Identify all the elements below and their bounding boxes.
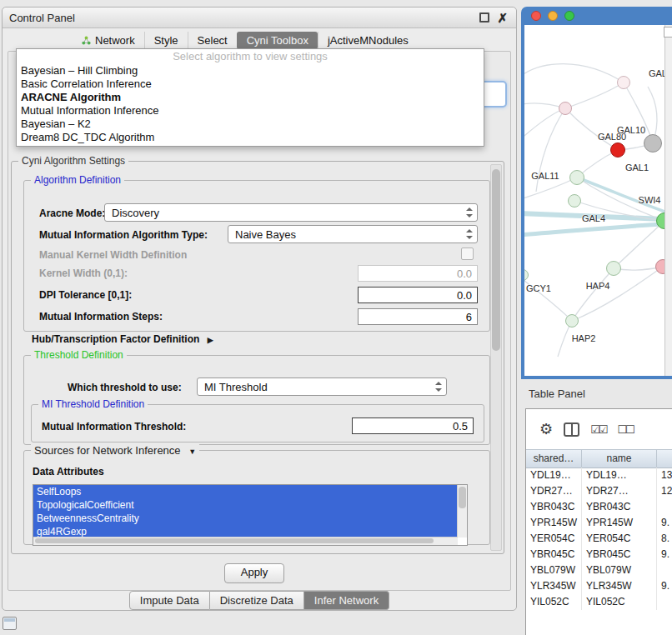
algorithm-option-bayesian-k2[interactable]: Bayesian – K2: [17, 118, 484, 131]
network-node[interactable]: [606, 261, 621, 276]
table-cell: 12: [657, 483, 672, 499]
network-node[interactable]: [610, 142, 625, 158]
algorithm-option-mutual-information-inference[interactable]: Mutual Information Inference: [17, 104, 484, 118]
table-body: YDL19…YDL19…13YDR27…YDR27…12YBR043CYBR04…: [526, 468, 672, 635]
network-node[interactable]: [569, 170, 584, 185]
network-node[interactable]: [644, 134, 662, 152]
which-threshold-select[interactable]: MI Threshold: [197, 378, 447, 396]
algorithm-definition-title: Algorithm Definition: [31, 174, 124, 186]
table-header-row: shared…name: [526, 449, 672, 468]
scrollbar-corner-button[interactable]: [664, 27, 672, 38]
table-row[interactable]: YDL19…YDL19…13: [526, 468, 672, 483]
table-cell: YBL079W: [582, 562, 657, 578]
column-header-name[interactable]: name: [582, 450, 657, 468]
mi-threshold-group-title: MI Threshold Definition: [38, 398, 148, 410]
panel-title: Control Panel: [9, 12, 75, 24]
algorithm-option-bayesian-hill-climbing[interactable]: Bayesian – Hill Climbing: [17, 64, 484, 78]
cyni-algorithm-settings-group: Cyni Algorithm Settings Algorithm Defini…: [11, 161, 504, 554]
network-node-label: HAP4: [586, 281, 610, 291]
network-node[interactable]: [565, 314, 579, 328]
mi-threshold-group: MI Threshold Definition Mutual Informati…: [31, 404, 484, 442]
aracne-mode-select[interactable]: Discovery: [104, 203, 478, 222]
tab-label: Style: [154, 34, 178, 47]
aracne-mode-value: Discovery: [105, 207, 462, 219]
mi-threshold-input[interactable]: [352, 418, 474, 434]
attribute-item-selfloops[interactable]: SelfLoops: [33, 485, 457, 498]
table-cell: YBR043C: [526, 499, 582, 515]
sources-disclosure[interactable]: Sources for Network Inference ▼: [31, 444, 199, 457]
mi-steps-label: Mutual Information Steps:: [39, 311, 163, 322]
minimized-panel-icon[interactable]: [3, 617, 17, 630]
table-cell: YIL052C: [526, 594, 582, 610]
data-attributes-label: Data Attributes: [33, 466, 104, 478]
attribute-item-topologicalcoefficient[interactable]: TopologicalCoefficient: [33, 498, 457, 512]
which-threshold-value: MI Threshold: [198, 381, 431, 393]
algorithm-option-dream8-dc-tdc-algorithm[interactable]: Dream8 DC_TDC Algorithm: [17, 131, 484, 144]
close-panel-icon[interactable]: ✗: [497, 12, 508, 24]
select-all-columns-icon[interactable]: ☑☑: [590, 423, 606, 436]
hub-definition-disclosure[interactable]: Hub/Transcription Factor Definition ▶: [32, 333, 213, 345]
table-row[interactable]: YBL079WYBL079W: [526, 562, 672, 578]
mi-type-select[interactable]: Naive Bayes: [228, 225, 478, 243]
table-row[interactable]: YBR045CYBR045C9.: [526, 547, 672, 562]
network-node-label: GAL1: [625, 162, 649, 172]
tab-label: jActiveMNodules: [328, 34, 409, 47]
tab-style[interactable]: Style: [144, 32, 188, 49]
attribute-item-betweennesscentrality[interactable]: BetweennessCentrality: [33, 512, 457, 525]
data-attributes-list[interactable]: SelfLoopsTopologicalCoefficientBetweenne…: [33, 484, 468, 546]
scrollbar-thumb[interactable]: [459, 487, 466, 508]
close-window-icon[interactable]: [531, 11, 541, 21]
settings-vertical-scrollbar[interactable]: [490, 164, 502, 551]
bottom-tab-impute-data[interactable]: Impute Data: [129, 591, 210, 610]
apply-button[interactable]: Apply: [224, 563, 284, 583]
algorithm-definition-group: Algorithm Definition Aracne Mode: Discov…: [23, 180, 490, 332]
aracne-mode-label: Aracne Mode:: [39, 208, 105, 219]
table-cell: YDR27…: [526, 483, 582, 499]
tab-select[interactable]: Select: [188, 32, 237, 49]
network-canvas[interactable]: GAL8GAL80GAL10GAL11GAL1SWI4GAL4GCY1HAP4H…: [524, 25, 672, 376]
table-cell: YDL19…: [526, 468, 582, 483]
tab-cyni-toolbox[interactable]: Cyni Toolbox: [237, 32, 318, 49]
table-row[interactable]: YPR145WYPR145W9.: [526, 515, 672, 531]
column-header-shared[interactable]: shared…: [526, 450, 582, 468]
bottom-tab-discretize-data[interactable]: Discretize Data: [210, 591, 304, 610]
scrollbar-thumb[interactable]: [35, 538, 434, 543]
manual-kernel-width-checkbox[interactable]: [461, 248, 474, 260]
attributes-vertical-scrollbar[interactable]: [457, 485, 467, 538]
tab-network[interactable]: Network: [73, 32, 144, 49]
float-window-icon[interactable]: [479, 12, 489, 22]
table-row[interactable]: YIL052CYIL052C: [526, 594, 672, 610]
tab-jactivemnodules[interactable]: jActiveMNodules: [318, 32, 418, 49]
network-vertical-scrollbar[interactable]: [664, 25, 672, 376]
network-node-label: GAL4: [582, 213, 605, 223]
table-row[interactable]: YBR043CYBR043C: [526, 499, 672, 515]
zoom-window-icon[interactable]: [564, 11, 574, 21]
algorithm-option-basic-correlation-inference[interactable]: Basic Correlation Inference: [17, 78, 484, 91]
deselect-all-columns-icon[interactable]: ☐☐: [617, 423, 633, 436]
scrollbar-thumb[interactable]: [492, 169, 500, 351]
sources-title: Sources for Network Inference: [34, 444, 181, 457]
table-row[interactable]: YDR27…YDR27…12: [526, 483, 672, 499]
control-panel-titlebar[interactable]: Control Panel ✗: [3, 8, 516, 28]
mi-steps-input[interactable]: [358, 308, 478, 325]
titlebar-icons: ✗: [479, 12, 508, 24]
mi-type-label: Mutual Information Algorithm Type:: [39, 229, 208, 241]
table-settings-gear-icon[interactable]: ⚙: [539, 422, 553, 437]
table-row[interactable]: YLR345WYLR345W9.: [526, 578, 672, 594]
table-row[interactable]: YER054CYER054C8.: [526, 531, 672, 547]
threshold-definition-group: Threshold Definition Which threshold to …: [23, 355, 490, 445]
algorithm-option-aracne-algorithm[interactable]: ARACNE Algorithm: [17, 91, 484, 104]
attributes-horizontal-scrollbar[interactable]: [33, 537, 458, 545]
column-header-extra[interactable]: [657, 450, 672, 468]
sources-group: Sources for Network Inference ▼ Data Att…: [23, 450, 490, 545]
updown-arrows-icon: [431, 378, 446, 395]
network-node[interactable]: [559, 102, 572, 115]
network-node[interactable]: [568, 194, 581, 208]
network-node-label: GAL10: [617, 125, 645, 135]
desktop: { "icons": { "close_panel": "✗", "hub_ex…: [0, 0, 672, 635]
dpi-tolerance-input[interactable]: [358, 287, 478, 303]
show-columns-icon[interactable]: [564, 422, 579, 437]
network-node[interactable]: [617, 76, 630, 89]
bottom-tab-infer-network[interactable]: Infer Network: [304, 591, 389, 610]
minimize-window-icon[interactable]: [548, 11, 558, 21]
